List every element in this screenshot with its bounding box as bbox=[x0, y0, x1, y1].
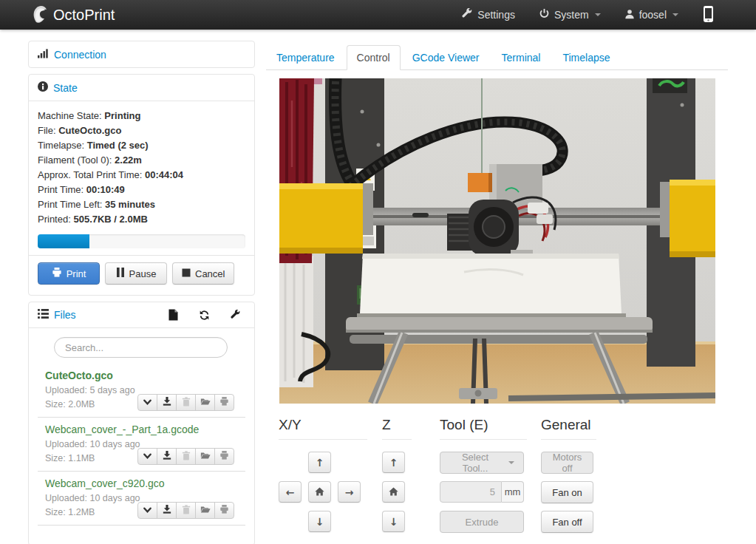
files-header[interactable]: Files bbox=[29, 302, 254, 327]
download-icon bbox=[163, 505, 171, 516]
files-settings-button[interactable] bbox=[231, 310, 241, 320]
jog-z-plus-button[interactable]: ↑ bbox=[382, 452, 405, 473]
jog-y-plus-button[interactable]: ↑ bbox=[308, 452, 331, 473]
control-tab-content: X/Y ↑ ← → ↓ Z ↑ ↓ bbox=[266, 417, 728, 540]
home-icon bbox=[389, 486, 398, 498]
refresh-files-button[interactable] bbox=[199, 310, 210, 321]
hide-printed-files-button[interactable] bbox=[168, 309, 178, 321]
fan-off-button[interactable]: Fan off bbox=[541, 511, 593, 533]
file-download-button[interactable] bbox=[157, 448, 177, 465]
arrow-down-icon: ↓ bbox=[316, 516, 324, 528]
folder-open-icon bbox=[200, 505, 211, 516]
file-print-button[interactable] bbox=[214, 448, 234, 465]
system-menu[interactable]: System bbox=[539, 8, 601, 21]
tab-temperature[interactable]: Temperature bbox=[266, 45, 345, 70]
signal-bars-icon bbox=[38, 48, 49, 61]
pause-button[interactable]: Pause bbox=[105, 262, 167, 285]
home-z-button[interactable] bbox=[382, 481, 405, 503]
user-label: foosel bbox=[639, 9, 667, 21]
connection-header[interactable]: Connection bbox=[29, 41, 254, 67]
file-slice-button[interactable] bbox=[195, 448, 215, 465]
file-entry: Webcam_cover_-_Part_1a.gcode Uploaded: 1… bbox=[38, 418, 245, 472]
mobile-ui-button[interactable] bbox=[702, 5, 715, 25]
file-delete-button[interactable] bbox=[176, 502, 196, 519]
machine-state-line: Machine State: Printing bbox=[38, 109, 245, 123]
extrusion-amount-input[interactable] bbox=[440, 481, 502, 503]
jog-x-minus-button[interactable]: ← bbox=[279, 481, 302, 503]
file-load-button[interactable] bbox=[137, 448, 157, 465]
file-name-link[interactable]: CuteOcto.gco bbox=[45, 370, 113, 381]
printed-line: Printed: 505.7KB / 2.0MB bbox=[38, 212, 245, 227]
octoprint-logo-icon bbox=[31, 4, 48, 26]
main-content: Temperature Control GCode Viewer Termina… bbox=[266, 41, 728, 544]
file-search-input[interactable] bbox=[54, 337, 228, 358]
file-download-button[interactable] bbox=[157, 394, 177, 411]
tab-terminal[interactable]: Terminal bbox=[491, 45, 551, 70]
print-label: Print bbox=[67, 268, 86, 279]
refresh-icon bbox=[199, 312, 210, 323]
jog-y-minus-button[interactable]: ↓ bbox=[308, 511, 331, 532]
file-icon bbox=[168, 312, 178, 323]
print-button[interactable]: Print bbox=[38, 262, 100, 285]
sidebar: Connection State Machine State: Printing… bbox=[28, 41, 255, 544]
wrench-icon bbox=[231, 311, 241, 322]
connection-title[interactable]: Connection bbox=[54, 49, 106, 61]
user-menu[interactable]: foosel bbox=[624, 9, 678, 21]
file-actions bbox=[137, 394, 234, 411]
file-actions bbox=[137, 448, 234, 465]
file-print-button[interactable] bbox=[214, 394, 234, 411]
file-load-button[interactable] bbox=[137, 394, 157, 411]
octoprint-brand[interactable]: OctoPrint bbox=[31, 4, 115, 26]
file-name-link[interactable]: Webcam_cover_c920.gco bbox=[45, 477, 165, 489]
file-slice-button[interactable] bbox=[195, 394, 215, 411]
motors-off-label: Motors off bbox=[551, 452, 584, 474]
download-icon bbox=[163, 397, 171, 408]
file-slice-button[interactable] bbox=[195, 502, 215, 519]
download-icon bbox=[163, 451, 171, 462]
files-panel: Files CuteOcto.gco Uploa bbox=[28, 302, 255, 544]
file-print-button[interactable] bbox=[214, 502, 234, 519]
tab-control[interactable]: Control bbox=[347, 45, 401, 70]
webcam-stream bbox=[279, 78, 715, 404]
home-icon bbox=[315, 486, 324, 498]
user-icon bbox=[624, 9, 635, 21]
chevron-down-icon bbox=[595, 13, 601, 16]
file-download-button[interactable] bbox=[157, 502, 177, 519]
file-entry: CuteOcto.gco Uploaded: 5 days ago Size: … bbox=[38, 364, 245, 418]
power-icon bbox=[539, 8, 550, 21]
home-xy-button[interactable] bbox=[308, 481, 331, 503]
filament-line: Filament (Tool 0): 2.22m bbox=[38, 153, 245, 168]
state-panel: State Machine State: Printing File: Cute… bbox=[28, 74, 255, 296]
select-tool-dropdown[interactable]: Select Tool... bbox=[440, 452, 524, 474]
print-progress-bar bbox=[38, 234, 245, 248]
general-heading: General bbox=[541, 417, 596, 440]
tab-timelapse[interactable]: Timelapse bbox=[552, 45, 620, 70]
wrench-icon bbox=[462, 8, 473, 21]
file-delete-button[interactable] bbox=[176, 394, 196, 411]
tool-heading: Tool (E) bbox=[440, 417, 527, 440]
extrude-button[interactable]: Extrude bbox=[440, 511, 524, 533]
files-title[interactable]: Files bbox=[54, 309, 76, 321]
folder-open-icon bbox=[200, 397, 211, 408]
motors-off-button[interactable]: Motors off bbox=[541, 452, 593, 474]
z-jog-pad: ↑ ↓ bbox=[382, 452, 412, 540]
jog-z-minus-button[interactable]: ↓ bbox=[382, 511, 405, 532]
file-name-link[interactable]: Webcam_cover_-_Part_1a.gcode bbox=[45, 424, 199, 435]
settings-menu[interactable]: Settings bbox=[462, 8, 515, 21]
timelapse-line: Timelapse: Timed (2 sec) bbox=[38, 138, 245, 153]
printer-icon bbox=[52, 268, 62, 279]
list-icon bbox=[38, 309, 49, 321]
print-time-left-line: Print Time Left: 35 minutes bbox=[38, 197, 245, 212]
printer-icon bbox=[219, 505, 229, 516]
cancel-button[interactable]: Cancel bbox=[172, 262, 234, 285]
file-delete-button[interactable] bbox=[176, 448, 196, 465]
jog-x-plus-button[interactable]: → bbox=[338, 481, 361, 503]
tab-gcode-viewer[interactable]: GCode Viewer bbox=[402, 45, 490, 70]
state-header[interactable]: State bbox=[29, 75, 254, 101]
file-entry: Webcam_cover_c920.gco Uploaded: 10 days … bbox=[38, 472, 245, 526]
fan-on-button[interactable]: Fan on bbox=[541, 481, 593, 503]
xy-jog-pad: ↑ ← → ↓ bbox=[279, 452, 367, 540]
state-body: Machine State: Printing File: CuteOcto.g… bbox=[29, 101, 254, 295]
state-title[interactable]: State bbox=[53, 82, 78, 94]
file-load-button[interactable] bbox=[137, 502, 157, 519]
